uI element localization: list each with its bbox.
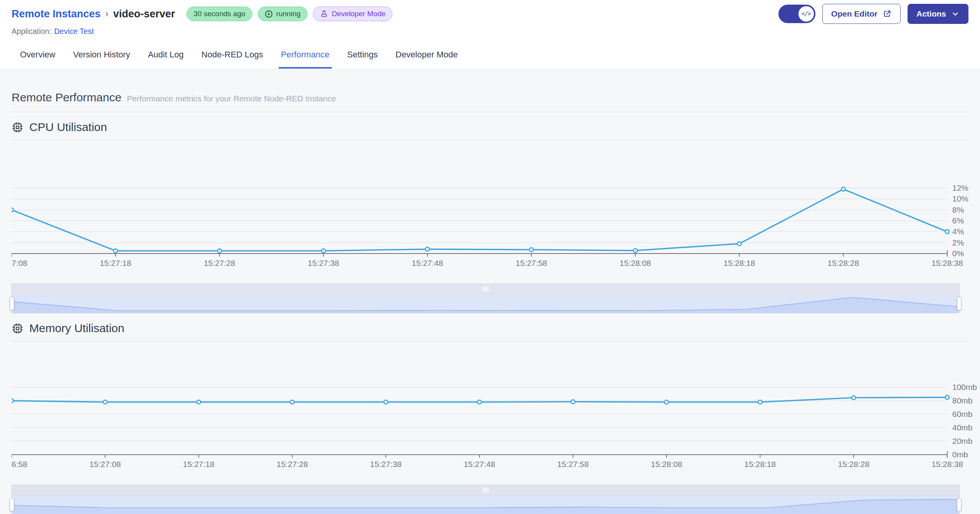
- cpu-data-point: [321, 249, 325, 253]
- cpu-data-point: [945, 230, 949, 233]
- memory-ytick-label: 80mb: [952, 396, 973, 405]
- page-header: Remote Instances › video-server 30 secon…: [0, 0, 980, 37]
- memory-data-point: [571, 400, 575, 404]
- cpu-data-point: [634, 249, 637, 252]
- tab-bar: OverviewVersion HistoryAudit LogNode-RED…: [0, 41, 980, 69]
- cpu-ytick-label: 12%: [952, 183, 968, 192]
- breadcrumb: Remote Instances › video-server: [12, 8, 175, 20]
- cpu-data-point: [218, 249, 222, 253]
- tab-audit-log[interactable]: Audit Log: [148, 41, 184, 69]
- memory-xtick-label: 15:28:38: [931, 460, 963, 467]
- memory-ytick-label: 0mb: [952, 450, 968, 459]
- flask-icon: [320, 10, 328, 18]
- memory-xtick-label: 15:27:28: [277, 460, 308, 467]
- cpu-xtick-label: 15:28:38: [931, 259, 963, 266]
- cpu-section-header: CPU Utilisation: [12, 121, 968, 140]
- memory-brush-drag-strip[interactable]: [12, 485, 959, 496]
- memory-data-point: [290, 400, 294, 404]
- tab-performance[interactable]: Performance: [281, 41, 329, 69]
- memory-brush-left-handle[interactable]: [10, 498, 14, 512]
- memory-data-point: [477, 400, 481, 404]
- status-badge: running: [258, 7, 308, 21]
- cpu-minimap: [12, 294, 959, 313]
- cpu-datazoom-brush[interactable]: [12, 284, 960, 313]
- cpu-chart: 7:0815:27:1815:27:2815:27:3815:27:4815:2…: [12, 143, 968, 313]
- code-icon: </>: [798, 6, 814, 22]
- drag-grip-icon: [483, 488, 489, 492]
- memory-xtick-label: 15:27:58: [557, 460, 589, 467]
- cpu-ytick-label: 8%: [952, 205, 964, 214]
- last-updated-text: 30 seconds ago: [193, 10, 245, 18]
- memory-data-point: [945, 395, 949, 399]
- developer-mode-toggle[interactable]: </>: [778, 5, 815, 23]
- cpu-data-point: [425, 247, 429, 251]
- cpu-data-point: [841, 187, 845, 191]
- application-label: Application:: [12, 27, 51, 36]
- cpu-xtick-label: 15:27:28: [204, 259, 235, 266]
- memory-minimap: [12, 496, 959, 514]
- application-link[interactable]: Device Test: [54, 27, 94, 36]
- memory-ytick-label: 20mb: [952, 437, 973, 445]
- memory-data-point: [852, 396, 856, 400]
- cpu-xtick-label: 15:27:48: [412, 259, 443, 266]
- cpu-brush-left-handle[interactable]: [10, 297, 14, 311]
- memory-ytick-label: 40mb: [952, 423, 973, 432]
- memory-chip-icon: [12, 323, 24, 334]
- cpu-data-point: [114, 249, 118, 253]
- cpu-data-point: [12, 208, 13, 212]
- memory-data-point: [197, 400, 201, 404]
- section-subtitle: Performance metrics for your Remote Node…: [127, 94, 336, 103]
- cpu-ytick-label: 0%: [952, 249, 964, 258]
- cpu-ytick-label: 10%: [952, 194, 968, 203]
- tab-version-history[interactable]: Version History: [73, 41, 130, 69]
- cpu-ytick-label: 2%: [952, 238, 964, 247]
- actions-button[interactable]: Actions: [908, 4, 968, 24]
- actions-label: Actions: [916, 9, 946, 18]
- drag-grip-icon: [483, 287, 489, 291]
- memory-datazoom-brush[interactable]: [12, 485, 960, 514]
- open-editor-button[interactable]: Open Editor: [822, 4, 901, 24]
- page-title: video-server: [113, 8, 175, 20]
- tab-node-red-logs[interactable]: Node-RED Logs: [202, 41, 263, 69]
- memory-brush-right-handle[interactable]: [957, 498, 962, 512]
- play-circle-icon: [265, 10, 273, 18]
- tab-developer-mode[interactable]: Developer Mode: [395, 41, 457, 69]
- memory-data-point: [384, 400, 388, 404]
- cpu-brush-right-handle[interactable]: [957, 297, 962, 311]
- cpu-xtick-label: 15:28:18: [724, 259, 755, 266]
- cpu-ytick-label: 6%: [952, 216, 964, 225]
- memory-xtick-label: 15:28:08: [651, 460, 682, 467]
- section-header: Remote Performance Performance metrics f…: [12, 69, 968, 112]
- cpu-brush-drag-strip[interactable]: [12, 284, 959, 294]
- tab-overview[interactable]: Overview: [20, 41, 55, 69]
- memory-xtick-label: 6:58: [12, 460, 27, 467]
- cpu-chip-icon: [12, 121, 24, 133]
- chevron-down-icon: [951, 10, 960, 18]
- cpu-xtick-label: 15:27:58: [516, 259, 547, 266]
- memory-chart-svg[interactable]: 6:5815:27:0815:27:1815:27:2815:27:3815:2…: [12, 344, 980, 467]
- status-text: running: [276, 10, 301, 18]
- memory-ytick-label: 100mb: [952, 383, 977, 391]
- cpu-ytick-label: 4%: [952, 227, 964, 236]
- cpu-data-point: [737, 242, 741, 246]
- breadcrumb-separator: ›: [105, 8, 109, 20]
- memory-data-point: [665, 400, 669, 404]
- memory-xtick-label: 15:27:38: [370, 460, 402, 467]
- tab-settings[interactable]: Settings: [347, 41, 378, 69]
- cpu-xtick-label: 15:28:28: [827, 259, 859, 266]
- cpu-xtick-label: 15:27:38: [308, 259, 339, 266]
- memory-chart: 6:5815:27:0815:27:1815:27:2815:27:3815:2…: [12, 344, 968, 514]
- section-title: Remote Performance: [12, 91, 121, 104]
- memory-chart-title: Memory Utilisation: [29, 322, 124, 335]
- open-editor-label: Open Editor: [831, 9, 877, 18]
- cpu-data-point: [530, 248, 533, 252]
- memory-xtick-label: 15:28:28: [838, 460, 869, 467]
- cpu-xtick-label: 15:27:18: [100, 259, 131, 266]
- developer-mode-badge: Developer Mode: [313, 7, 392, 21]
- memory-xtick-label: 15:27:18: [183, 460, 215, 467]
- memory-data-point: [758, 400, 762, 404]
- last-updated-badge: 30 seconds ago: [187, 7, 252, 21]
- breadcrumb-link-remote-instances[interactable]: Remote Instances: [12, 8, 101, 20]
- cpu-xtick-label: 7:08: [12, 259, 27, 266]
- cpu-chart-svg[interactable]: 7:0815:27:1815:27:2815:27:3815:27:4815:2…: [12, 143, 980, 266]
